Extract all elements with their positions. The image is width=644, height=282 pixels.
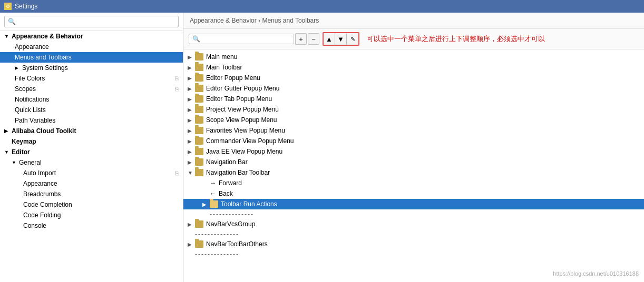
tree-item-label: Navigation Bar bbox=[206, 158, 248, 166]
tree-item-label: Editor Gutter Popup Menu bbox=[206, 85, 279, 92]
sidebar-leaf-label: Path Variables bbox=[15, 117, 55, 124]
sidebar-item-appearance2[interactable]: Appearance bbox=[0, 178, 183, 189]
folder-icon bbox=[195, 240, 203, 248]
sidebar-item-auto-import[interactable]: Auto Import ⎘ bbox=[0, 168, 183, 178]
sidebar-item-code-completion[interactable]: Code Completion bbox=[0, 199, 183, 210]
tree-item-favorites-view-popup-menu[interactable]: ▶ Favorites View Popup Menu bbox=[183, 125, 644, 136]
tree-item-label: Editor Tab Popup Menu bbox=[206, 95, 272, 103]
copy-icon: ⎘ bbox=[175, 75, 179, 82]
breadcrumb-part1: Appearance & Behavior bbox=[190, 17, 257, 24]
move-up-button[interactable]: ▲ bbox=[324, 33, 335, 45]
sidebar-group-editor[interactable]: ▼ Editor bbox=[0, 147, 183, 157]
sidebar-item-file-colors[interactable]: File Colors ⎘ bbox=[0, 73, 183, 84]
tree-item-project-view-popup-menu[interactable]: ▶ Project View Popup Menu bbox=[183, 104, 644, 115]
window-title: Settings bbox=[15, 3, 37, 10]
title-bar: ⚙ Settings bbox=[0, 0, 644, 13]
sidebar-item-breadcrumbs[interactable]: Breadcrumbs bbox=[0, 189, 183, 199]
folder-icon bbox=[195, 53, 203, 61]
tree-item-navigation-bar[interactable]: ▶ Navigation Bar bbox=[183, 157, 644, 167]
folder-icon bbox=[195, 148, 203, 155]
sidebar-subgroup-general[interactable]: ▼ General bbox=[0, 157, 183, 168]
add-button[interactable]: + bbox=[295, 33, 307, 45]
folder-icon bbox=[195, 116, 203, 124]
sidebar-leaf-label: Menus and Toolbars bbox=[15, 54, 72, 61]
tree-item-label: Toolbar Run Actions bbox=[221, 200, 277, 208]
sidebar: ▼ Appearance & Behavior Appearance Menus… bbox=[0, 13, 183, 282]
folder-icon bbox=[195, 220, 203, 228]
separator-text: -------------- bbox=[195, 230, 239, 238]
chevron-right-icon: ▶ bbox=[188, 65, 195, 70]
sidebar-item-notifications[interactable]: Notifications bbox=[0, 94, 183, 105]
tree-item-editor-popup-menu[interactable]: ▶ Editor Popup Menu bbox=[183, 73, 644, 83]
chevron-right-icon: ▶ bbox=[188, 117, 195, 123]
sidebar-item-console[interactable]: Console bbox=[0, 220, 183, 231]
folder-icon bbox=[195, 85, 203, 92]
tree-item-label: Main menu bbox=[206, 53, 237, 61]
tree-area: ▶ Main menu ▶ Main Toolbar ▶ Editor Popu… bbox=[183, 49, 644, 282]
folder-icon bbox=[195, 106, 203, 113]
sidebar-leaf-label: General bbox=[19, 159, 42, 166]
chevron-right-icon: ▶ bbox=[188, 54, 195, 60]
sidebar-item-code-folding[interactable]: Code Folding bbox=[0, 210, 183, 220]
sidebar-leaf-label: Console bbox=[23, 222, 46, 229]
sidebar-search-input[interactable] bbox=[4, 16, 179, 27]
tree-item-navigation-bar-toolbar[interactable]: ▼ Navigation Bar Toolbar bbox=[183, 167, 644, 178]
tree-item-editor-tab-popup-menu[interactable]: ▶ Editor Tab Popup Menu bbox=[183, 94, 644, 104]
sidebar-item-keymap[interactable]: ▶ Keymap bbox=[0, 136, 183, 147]
chevron-down-icon: ▼ bbox=[4, 34, 9, 39]
tree-item-toolbar-run-actions[interactable]: ▶ Toolbar Run Actions bbox=[183, 199, 644, 209]
tree-item-scope-view-popup-menu[interactable]: ▶ Scope View Popup Menu bbox=[183, 115, 644, 125]
annotation-text: 可以选中一个菜单之后进行上下调整顺序，必须选中才可以 bbox=[367, 34, 545, 44]
chevron-right-icon: ▶ bbox=[188, 159, 195, 165]
chevron-right-icon: ▶ bbox=[4, 128, 9, 134]
tree-item-main-menu[interactable]: ▶ Main menu bbox=[183, 52, 644, 62]
sidebar-leaf-label: Code Completion bbox=[23, 201, 72, 208]
folder-icon bbox=[195, 74, 203, 82]
sidebar-item-path-variables[interactable]: Path Variables bbox=[0, 115, 183, 126]
tree-item-commander-view-popup-menu[interactable]: ▶ Commander View Popup Menu bbox=[183, 136, 644, 146]
sidebar-leaf-label: File Colors bbox=[15, 75, 45, 82]
tree-item-label: NavBarVcsGroup bbox=[206, 220, 255, 228]
search-icon: 🔍 bbox=[192, 35, 200, 43]
tree-item-java-ee-view-popup-menu[interactable]: ▶ Java EE View Popup Menu bbox=[183, 146, 644, 157]
chevron-down-icon: ▼ bbox=[4, 149, 9, 155]
move-down-button[interactable]: ▼ bbox=[335, 33, 347, 45]
settings-icon: ⚙ bbox=[4, 3, 12, 10]
sidebar-item-scopes[interactable]: Scopes ⎘ bbox=[0, 84, 183, 94]
sidebar-leaf-label: Appearance bbox=[15, 43, 49, 51]
chevron-right-icon: ▶ bbox=[188, 149, 195, 155]
toolbar-search-input[interactable] bbox=[202, 35, 287, 43]
tree-item-forward[interactable]: ▶ → Forward bbox=[183, 178, 644, 188]
separator-1: -------------- bbox=[183, 209, 644, 219]
tree-item-main-toolbar[interactable]: ▶ Main Toolbar bbox=[183, 62, 644, 73]
tree-item-label: Scope View Popup Menu bbox=[206, 116, 277, 124]
tree-item-label: Back bbox=[219, 190, 233, 197]
tree-item-back[interactable]: ▶ ← Back bbox=[183, 188, 644, 199]
tree-item-label: NavBarToolBarOthers bbox=[206, 240, 268, 248]
chevron-right-icon: ▶ bbox=[188, 86, 195, 92]
tree-item-label: Forward bbox=[219, 179, 242, 187]
tree-item-navbar-toolbar-others[interactable]: ▶ NavBarToolBarOthers bbox=[183, 239, 644, 249]
sidebar-item-menus-toolbars[interactable]: Menus and Toolbars bbox=[0, 52, 183, 63]
tree-item-navbar-vcs-group[interactable]: ▶ NavBarVcsGroup bbox=[183, 219, 644, 229]
chevron-right-icon: ▶ bbox=[188, 138, 195, 144]
sidebar-item-system-settings[interactable]: ▶ System Settings bbox=[0, 63, 183, 73]
tree-item-editor-gutter-popup-menu[interactable]: ▶ Editor Gutter Popup Menu bbox=[183, 83, 644, 94]
tree-item-label: Editor Popup Menu bbox=[206, 74, 260, 82]
folder-icon bbox=[195, 64, 203, 71]
remove-button[interactable]: − bbox=[308, 33, 319, 45]
sidebar-item-label: Keymap bbox=[12, 138, 36, 145]
edit-button[interactable]: ✎ bbox=[347, 33, 358, 45]
chevron-down-icon: ▼ bbox=[188, 170, 195, 176]
sidebar-group-alibaba[interactable]: ▶ Alibaba Cloud Toolkit bbox=[0, 126, 183, 136]
arrow-left-icon: ← bbox=[210, 190, 216, 197]
sidebar-search-container bbox=[0, 13, 183, 31]
separator-text: -------------- bbox=[195, 250, 239, 258]
chevron-right-icon: ▶ bbox=[188, 221, 195, 227]
reorder-button-group: ▲ ▼ ✎ bbox=[323, 32, 359, 46]
sidebar-group-appearance-behavior[interactable]: ▼ Appearance & Behavior bbox=[0, 31, 183, 42]
sidebar-leaf-label: Auto Import bbox=[23, 169, 56, 177]
chevron-right-icon: ▶ bbox=[202, 202, 210, 207]
sidebar-item-quick-lists[interactable]: Quick Lists bbox=[0, 105, 183, 115]
sidebar-item-appearance[interactable]: Appearance bbox=[0, 42, 183, 52]
